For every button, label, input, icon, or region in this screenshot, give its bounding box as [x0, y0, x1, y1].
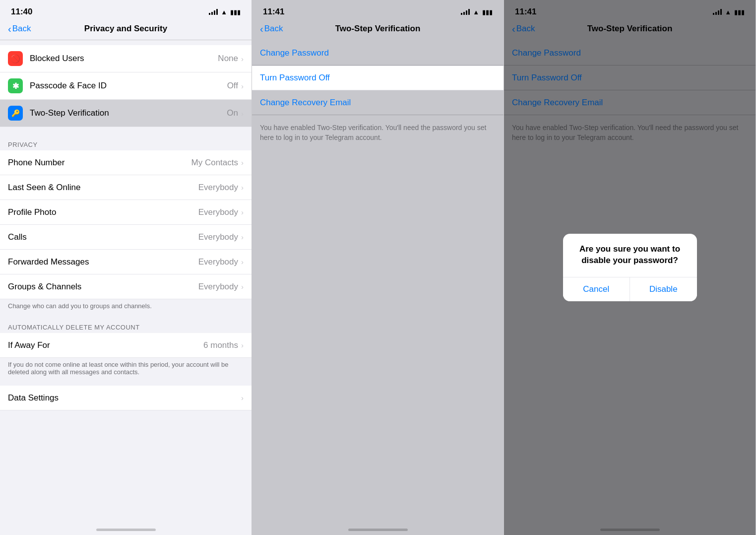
back-chevron-icon: ‹ — [8, 24, 11, 34]
tsv-description-1: You have enabled Two-Step verification. … — [252, 115, 504, 150]
phone-number-chevron: › — [241, 158, 244, 167]
home-indicator-2 — [348, 529, 408, 531]
nav-title-2: Two-Step Verification — [335, 24, 421, 34]
groups-channels-item[interactable]: Groups & Channels Everybody › — [0, 274, 252, 299]
calls-item[interactable]: Calls Everybody › — [0, 225, 252, 250]
back-button-2[interactable]: ‹ Back — [260, 24, 283, 34]
back-label-1: Back — [12, 24, 31, 34]
profile-photo-value: Everybody — [198, 207, 238, 217]
status-icons-1: ▲ ▮▮▮ — [209, 8, 241, 16]
cancel-button[interactable]: Cancel — [563, 277, 630, 301]
panel-privacy-security: 11:40 ▲ ▮▮▮ ‹ Back Privacy and Security … — [0, 0, 252, 535]
phone-number-item[interactable]: Phone Number My Contacts › — [0, 150, 252, 175]
if-away-chevron: › — [241, 341, 244, 349]
status-time-1: 11:40 — [11, 7, 32, 17]
last-seen-item[interactable]: Last Seen & Online Everybody › — [0, 175, 252, 200]
change-password-label-1: Change Password — [260, 48, 329, 58]
phone-number-value: My Contacts — [191, 158, 238, 168]
panel-two-step-1: 11:41 ▲ ▮▮▮ ‹ Back Two-Step Verification… — [252, 0, 504, 535]
if-away-item[interactable]: If Away For 6 months › — [0, 333, 252, 358]
confirm-dialog: Are you sure you want to disable your pa… — [563, 234, 697, 301]
passcode-value: Off — [227, 81, 238, 91]
battery-icon-2: ▮▮▮ — [482, 8, 493, 16]
profile-photo-label: Profile Photo — [8, 207, 198, 217]
passcode-label: Passcode & Face ID — [30, 81, 227, 91]
dialog-content: Are you sure you want to disable your pa… — [563, 234, 697, 276]
top-list-section: 🚫 Blocked Users None › ✱ Passcode & Face… — [0, 45, 252, 127]
dialog-overlay: Are you sure you want to disable your pa… — [504, 0, 756, 535]
calls-label: Calls — [8, 232, 198, 242]
privacy-section-header: PRIVACY — [0, 137, 252, 150]
if-away-value: 6 months — [203, 340, 238, 350]
status-bar-2: 11:41 ▲ ▮▮▮ — [252, 0, 504, 21]
dialog-buttons: Cancel Disable — [563, 277, 697, 301]
status-icons-2: ▲ ▮▮▮ — [461, 8, 493, 16]
forwarded-messages-item[interactable]: Forwarded Messages Everybody › — [0, 250, 252, 274]
tsv-list-section-1: Change Password Turn Password Off Change… — [252, 41, 504, 115]
nav-bar-2: ‹ Back Two-Step Verification — [252, 21, 504, 40]
groups-channels-value: Everybody — [198, 282, 238, 292]
back-button-1[interactable]: ‹ Back — [8, 24, 31, 34]
change-recovery-email-item-1[interactable]: Change Recovery Email — [252, 90, 504, 115]
auto-delete-footer: If you do not come online at least once … — [0, 358, 252, 382]
wifi-icon: ▲ — [221, 8, 227, 16]
turn-password-off-item-1[interactable]: Turn Password Off — [252, 66, 504, 90]
phone-number-label: Phone Number — [8, 158, 191, 168]
last-seen-label: Last Seen & Online — [8, 183, 198, 193]
auto-delete-list: If Away For 6 months › — [0, 333, 252, 358]
blocked-users-item[interactable]: 🚫 Blocked Users None › — [0, 45, 252, 72]
if-away-label: If Away For — [8, 340, 203, 350]
status-bar-1: 11:40 ▲ ▮▮▮ — [0, 0, 252, 21]
data-settings-section: Data Settings › — [0, 386, 252, 410]
panel-two-step-2: 11:41 ▲ ▮▮▮ ‹ Back Two-Step Verification… — [504, 0, 756, 535]
calls-value: Everybody — [198, 232, 238, 242]
two-step-item[interactable]: 🔑 Two-Step Verification On › — [0, 100, 252, 127]
nav-bar-1: ‹ Back Privacy and Security — [0, 21, 252, 40]
passcode-chevron: › — [241, 82, 244, 90]
passcode-icon: ✱ — [8, 78, 23, 93]
groups-channels-chevron: › — [241, 282, 244, 291]
two-step-label: Two-Step Verification — [30, 108, 227, 118]
forwarded-messages-value: Everybody — [198, 257, 238, 267]
groups-footer: Change who can add you to groups and cha… — [0, 299, 252, 316]
groups-channels-label: Groups & Channels — [8, 282, 198, 292]
home-indicator-1 — [96, 529, 156, 531]
two-step-icon: 🔑 — [8, 106, 23, 121]
two-step-value: On — [227, 108, 238, 118]
blocked-icon: 🚫 — [8, 51, 23, 66]
blocked-users-label: Blocked Users — [30, 54, 218, 64]
last-seen-value: Everybody — [198, 183, 238, 193]
battery-icon: ▮▮▮ — [230, 8, 241, 16]
change-recovery-email-label-1: Change Recovery Email — [260, 98, 351, 108]
disable-button[interactable]: Disable — [630, 277, 697, 301]
two-step-chevron: › — [241, 109, 244, 118]
profile-photo-item[interactable]: Profile Photo Everybody › — [0, 200, 252, 225]
passcode-item[interactable]: ✱ Passcode & Face ID Off › — [0, 72, 252, 100]
status-time-2: 11:41 — [263, 7, 284, 17]
data-settings-item[interactable]: Data Settings › — [0, 386, 252, 410]
auto-delete-header: AUTOMATICALLY DELETE MY ACCOUNT — [0, 320, 252, 333]
data-settings-chevron: › — [241, 394, 244, 402]
forwarded-messages-chevron: › — [241, 258, 244, 266]
back-chevron-icon-2: ‹ — [260, 24, 263, 34]
dialog-title: Are you sure you want to disable your pa… — [571, 244, 689, 266]
nav-title-1: Privacy and Security — [84, 24, 167, 34]
signal-icon — [209, 9, 218, 15]
wifi-icon-2: ▲ — [473, 8, 479, 16]
data-settings-label: Data Settings — [8, 393, 241, 403]
last-seen-chevron: › — [241, 183, 244, 192]
profile-photo-chevron: › — [241, 208, 244, 216]
blocked-users-value: None — [218, 54, 238, 64]
turn-password-off-label-1: Turn Password Off — [260, 73, 330, 83]
privacy-list-section: Phone Number My Contacts › Last Seen & O… — [0, 150, 252, 299]
forwarded-messages-label: Forwarded Messages — [8, 257, 198, 267]
calls-chevron: › — [241, 233, 244, 241]
change-password-item-1[interactable]: Change Password — [252, 41, 504, 66]
back-label-2: Back — [264, 24, 283, 34]
signal-icon-2 — [461, 9, 470, 15]
blocked-users-chevron: › — [241, 55, 244, 63]
